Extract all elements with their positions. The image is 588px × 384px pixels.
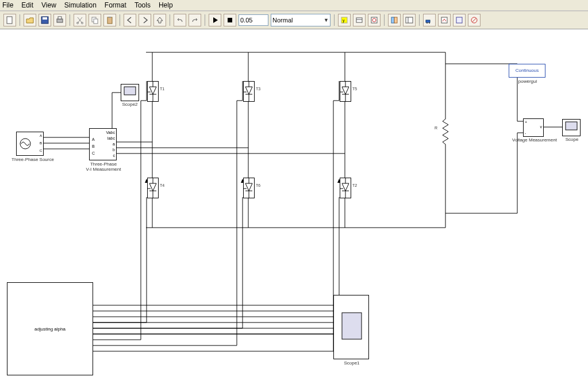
copy-button[interactable] bbox=[89, 14, 101, 26]
t4-label: T4 bbox=[160, 183, 164, 187]
vm-plus: + bbox=[525, 120, 527, 124]
svg-point-23 bbox=[426, 22, 428, 24]
scope1-block[interactable] bbox=[333, 295, 369, 359]
vi-B: B bbox=[91, 144, 95, 149]
redo-button[interactable] bbox=[189, 14, 201, 26]
svg-rect-79 bbox=[342, 313, 362, 339]
vi-b: b bbox=[112, 147, 115, 153]
svg-rect-0 bbox=[7, 17, 12, 24]
menu-format[interactable]: Format bbox=[105, 1, 126, 9]
diagram-canvas[interactable]: A B C Three-Phase Source Vabc Iabc A B C… bbox=[0, 29, 588, 384]
svg-rect-19 bbox=[394, 17, 397, 23]
vm-out: v bbox=[540, 125, 543, 129]
scope-block[interactable] bbox=[562, 119, 581, 136]
adjusting-alpha-text: adjusting alpha bbox=[34, 327, 66, 332]
svg-rect-3 bbox=[57, 19, 63, 22]
vi-C: C bbox=[91, 151, 95, 156]
svg-rect-11 bbox=[228, 18, 232, 22]
chevron-down-icon: ▼ bbox=[324, 17, 329, 23]
stop-sim-button[interactable] bbox=[224, 14, 236, 26]
svg-line-28 bbox=[472, 18, 476, 22]
toolbar-icon-3[interactable] bbox=[368, 14, 381, 26]
three-phase-source-block[interactable]: A B C bbox=[16, 132, 44, 156]
scope1-label: Scope1 bbox=[341, 360, 362, 366]
cut-button[interactable] bbox=[74, 14, 86, 26]
sim-mode-select[interactable]: Normal ▼ bbox=[271, 14, 330, 26]
t6-label: T6 bbox=[256, 183, 260, 187]
toolbar: Normal ▼ y bbox=[0, 11, 588, 29]
vi-measurement-block[interactable]: Vabc Iabc A B C a b c bbox=[89, 128, 117, 160]
svg-rect-10 bbox=[109, 17, 111, 18]
svg-point-24 bbox=[429, 22, 430, 24]
menu-bar: File Edit View Simulation Format Tools H… bbox=[0, 0, 588, 11]
thyristor-t2[interactable] bbox=[340, 178, 351, 198]
resistor-block[interactable] bbox=[441, 114, 449, 150]
thyristor-t5[interactable] bbox=[340, 81, 351, 102]
save-button[interactable] bbox=[39, 14, 51, 26]
svg-rect-22 bbox=[426, 20, 430, 22]
resistor-label: R bbox=[435, 126, 437, 130]
back-button[interactable] bbox=[124, 14, 136, 26]
thyristor-t3[interactable] bbox=[243, 81, 255, 102]
vi-vabc: Vabc bbox=[105, 130, 115, 136]
powergui-block[interactable]: Continuous bbox=[509, 64, 545, 78]
menu-help[interactable]: Help bbox=[159, 1, 173, 9]
powergui-label: powergui bbox=[514, 79, 541, 84]
thyristor-t1[interactable] bbox=[147, 81, 159, 102]
svg-rect-4 bbox=[58, 17, 62, 19]
sim-time-input[interactable] bbox=[239, 14, 268, 26]
vi-c: c bbox=[112, 153, 116, 159]
toolbar-icon-2[interactable] bbox=[353, 14, 366, 26]
paste-button[interactable] bbox=[103, 14, 116, 26]
menu-tools[interactable]: Tools bbox=[134, 1, 151, 9]
svg-rect-25 bbox=[441, 17, 447, 23]
new-model-button[interactable] bbox=[3, 14, 16, 26]
scope2-block[interactable] bbox=[121, 84, 139, 101]
svg-rect-18 bbox=[391, 17, 394, 23]
library-browser-button[interactable] bbox=[388, 14, 401, 26]
up-button[interactable] bbox=[153, 14, 166, 26]
open-button[interactable] bbox=[24, 14, 36, 26]
vi-iabc: Iabc bbox=[106, 136, 115, 141]
svg-rect-14 bbox=[356, 18, 362, 22]
port-b-label: B bbox=[40, 141, 42, 145]
sim-mode-value: Normal bbox=[272, 17, 293, 24]
svg-rect-26 bbox=[456, 17, 462, 23]
adjusting-alpha-block[interactable]: adjusting alpha bbox=[7, 282, 93, 375]
svg-rect-20 bbox=[406, 17, 413, 23]
toolbar-icon-5[interactable] bbox=[438, 14, 451, 26]
voltage-measurement-label: Voltage Measurement bbox=[506, 137, 563, 143]
three-phase-source-label: Three-Phase Source bbox=[7, 157, 59, 162]
t5-label: T5 bbox=[352, 87, 357, 91]
toolbar-icon-7[interactable] bbox=[468, 14, 481, 26]
thyristor-t6[interactable] bbox=[243, 178, 255, 198]
t3-label: T3 bbox=[256, 87, 260, 91]
menu-edit[interactable]: Edit bbox=[21, 1, 33, 9]
t1-label: T1 bbox=[160, 87, 164, 91]
toolbar-icon-1[interactable]: y bbox=[338, 14, 351, 26]
t2-label: T2 bbox=[352, 183, 357, 187]
port-c-label: C bbox=[40, 149, 42, 152]
svg-rect-8 bbox=[94, 19, 98, 24]
menu-view[interactable]: View bbox=[41, 1, 56, 9]
model-explorer-button[interactable] bbox=[403, 14, 416, 26]
svg-rect-9 bbox=[107, 17, 112, 24]
print-button[interactable] bbox=[53, 14, 66, 26]
menu-simulation[interactable]: Simulation bbox=[64, 1, 97, 9]
toolbar-icon-4[interactable] bbox=[423, 14, 436, 26]
svg-text:y: y bbox=[343, 18, 345, 23]
start-sim-button[interactable] bbox=[209, 14, 221, 26]
scope-label: Scope bbox=[563, 137, 581, 142]
thyristor-t4[interactable] bbox=[147, 178, 159, 198]
vi-a: a bbox=[112, 141, 115, 147]
undo-button[interactable] bbox=[174, 14, 186, 26]
vi-measurement-label: Three-Phase V-I Measurement bbox=[80, 162, 126, 172]
toolbar-icon-6[interactable] bbox=[453, 14, 466, 26]
menu-file[interactable]: File bbox=[2, 1, 13, 9]
forward-button[interactable] bbox=[139, 14, 151, 26]
voltage-measurement-block[interactable]: + - v bbox=[523, 118, 544, 137]
vm-minus: - bbox=[525, 131, 526, 135]
vi-A: A bbox=[91, 137, 95, 143]
scope2-label: Scope2 bbox=[121, 102, 139, 107]
svg-rect-2 bbox=[43, 17, 47, 20]
